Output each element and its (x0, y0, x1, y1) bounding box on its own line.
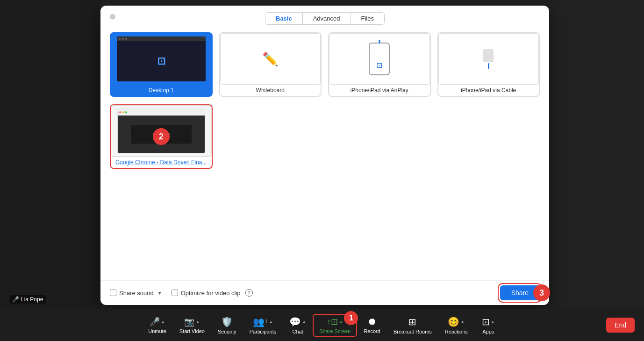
chrome-top-bar (118, 109, 205, 116)
record-label: Record (364, 328, 380, 334)
airplay-wrapper: ⊡ (369, 43, 390, 75)
apps-wrapper: ⊡ ▲ (482, 316, 495, 327)
dot3 (125, 38, 127, 40)
reactions-label: Reactions (445, 329, 468, 334)
participants-label: Participants (250, 329, 276, 334)
taskbar-item-participants[interactable]: 👥 1 ▲ Participants (243, 314, 283, 336)
taskbar-item-record[interactable]: ⏺ Record (357, 314, 386, 336)
desktop1-thumb: ⊡ (111, 33, 212, 85)
badge-1: 1 (344, 311, 358, 325)
optimize-label: Optimize for video clip (181, 290, 241, 297)
chat-wrapper: 💬 ▲ (289, 316, 306, 327)
reactions-icon: 😊 (448, 316, 459, 327)
whiteboard-thumb: ✏️ (220, 33, 321, 85)
chrome-dot-yellow (122, 111, 124, 113)
unmute-label: Unmute (148, 328, 166, 334)
dot2 (122, 38, 124, 40)
taskbar-item-share-screen[interactable]: ↑⊡ ▲ Share Screen 1 (313, 314, 357, 337)
desktop-screen-content: ⊡ (117, 41, 206, 82)
screen-item-chrome[interactable]: Data Driven Google Chrome - Data Driven … (110, 104, 213, 169)
tab-group: Basic Advanced Files (265, 12, 385, 25)
left-panel (0, 0, 100, 309)
chrome-label: Google Chrome - Data Driven Fina... (111, 157, 212, 168)
cable-phone-top (483, 49, 494, 62)
whiteboard-label: Whiteboard (220, 85, 321, 96)
share-sound-label: Share sound (119, 290, 154, 297)
chat-icon: 💬 (289, 316, 301, 327)
participants-wrapper: 👥 1 ▲ (253, 316, 273, 327)
share-screen-caret[interactable]: ▲ (339, 319, 343, 324)
optimize-checkbox[interactable]: Optimize for video clip ? (172, 289, 253, 297)
video-off-icon: 📷 (184, 317, 194, 327)
taskbar-item-apps[interactable]: ⊡ ▲ Apps (474, 314, 502, 336)
user-name-text: Lia Pope (21, 296, 43, 303)
taskbar-item-unmute[interactable]: 🎤 ▲ Unmute (142, 315, 173, 336)
desktop-cursor-icon: ⊡ (157, 55, 165, 67)
cable-thumb (438, 33, 539, 85)
reactions-wrapper: 😊 ▲ (448, 316, 465, 327)
video-caret[interactable]: ▲ (195, 319, 200, 324)
record-icon: ⏺ (367, 316, 377, 327)
taskbar-item-reactions[interactable]: 😊 ▲ Reactions (438, 314, 474, 336)
participants-caret[interactable]: ▲ (269, 319, 273, 324)
screen-item-airplay[interactable]: ⊡ iPhone/iPad via AirPlay (328, 32, 431, 97)
video-label: Start Video (179, 328, 205, 334)
share-screen-icon: ↑⊡ (327, 317, 338, 327)
reactions-caret[interactable]: ▲ (460, 319, 465, 324)
chrome-dot-green (125, 111, 127, 113)
taskbar: 🎤 ▲ Unmute 📷 ▲ Start Video 🛡️ Security 👥… (0, 309, 644, 341)
cable-label: iPhone/iPad via Cable (438, 85, 539, 96)
participants-icon: 👥 (253, 316, 265, 327)
participants-badge: 1 (265, 319, 268, 324)
desktop-thumbnail: ⊡ (117, 36, 206, 82)
taskbar-item-security[interactable]: 🛡️ Security (211, 314, 243, 336)
screen-item-whiteboard[interactable]: ✏️ Whiteboard (219, 32, 322, 97)
unmute-caret[interactable]: ▲ (161, 319, 165, 324)
screen-options-grid: ⊡ Desktop 1 ✏️ Whiteboard ⊡ (110, 32, 540, 97)
share-sound-input[interactable] (110, 290, 116, 296)
chat-caret[interactable]: ▲ (302, 319, 306, 324)
badge-3: 3 (533, 284, 550, 301)
screen-item-desktop1[interactable]: ⊡ Desktop 1 (110, 32, 213, 97)
chrome-dot-red (119, 111, 121, 113)
breakout-icon: ⊞ (408, 316, 416, 327)
airplay-phone-icon: ⊡ (369, 43, 390, 75)
unmute-wrapper: 🎤 ▲ (150, 317, 165, 327)
badge-2: 2 (153, 128, 170, 145)
apps-label: Apps (482, 329, 494, 334)
tab-advanced[interactable]: Advanced (302, 13, 351, 24)
desktop-topbar (117, 36, 206, 41)
taskbar-item-chat[interactable]: 💬 ▲ Chat (283, 314, 313, 336)
modal-footer: Share sound ▼ Optimize for video clip ? … (100, 280, 549, 305)
taskbar-item-breakout[interactable]: ⊞ Breakout Rooms (387, 314, 438, 336)
share-screen-modal: Basic Advanced Files ⊡ (100, 6, 549, 305)
user-name-badge: 🎤 Lia Pope (9, 295, 46, 304)
airplay-screen-icon: ⊡ (376, 61, 382, 70)
airplay-label: iPhone/iPad via AirPlay (329, 85, 430, 96)
taskbar-item-video[interactable]: 📷 ▲ Start Video (173, 315, 211, 336)
security-icon: 🛡️ (221, 316, 233, 327)
optimize-input[interactable] (172, 290, 178, 296)
cable-icon (483, 49, 494, 69)
dot1 (119, 38, 121, 40)
apps-caret[interactable]: ▲ (491, 319, 495, 324)
video-wrapper: 📷 ▲ (184, 317, 200, 327)
optimize-help-icon[interactable]: ? (245, 289, 253, 297)
modal-content: ⊡ Desktop 1 ✏️ Whiteboard ⊡ (100, 25, 549, 280)
tab-basic[interactable]: Basic (265, 13, 302, 24)
share-sound-caret[interactable]: ▼ (157, 290, 162, 296)
footer-right: Share 3 (500, 285, 540, 300)
modal-header: Basic Advanced Files (100, 6, 549, 25)
tab-files[interactable]: Files (351, 13, 384, 24)
footer-left: Share sound ▼ Optimize for video clip ? (110, 289, 253, 297)
share-sound-checkbox[interactable]: Share sound ▼ (110, 290, 162, 297)
end-button[interactable]: End (606, 318, 635, 333)
cable-line (488, 63, 489, 69)
user-mic-icon: 🎤 (12, 296, 19, 303)
breakout-label: Breakout Rooms (394, 329, 432, 334)
screen-item-cable[interactable]: iPhone/iPad via Cable (437, 32, 540, 97)
whiteboard-icon: ✏️ (262, 51, 279, 67)
close-dot[interactable] (110, 14, 115, 20)
apps-icon: ⊡ (482, 316, 490, 327)
share-screen-label: Share Screen (319, 328, 351, 334)
